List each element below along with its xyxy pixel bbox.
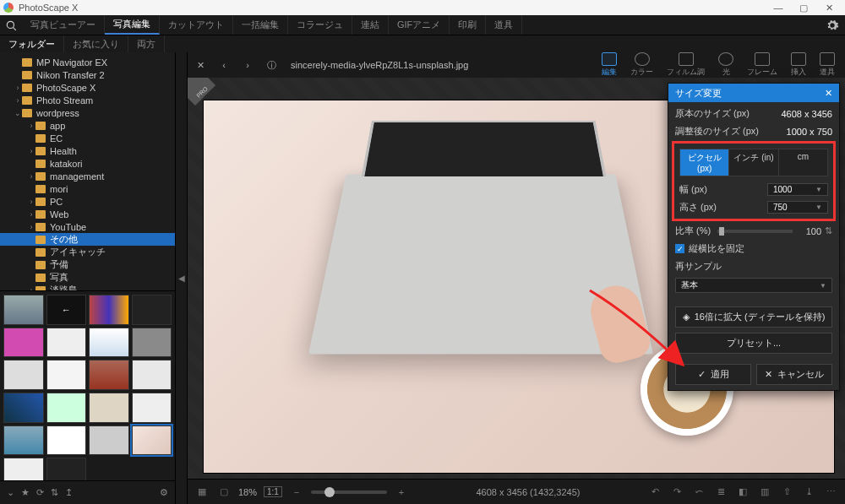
fit-icon[interactable]: ▢: [216, 486, 232, 497]
folder-item[interactable]: ⌄wordpress: [0, 106, 175, 119]
folder-item-selected[interactable]: その他: [0, 233, 175, 246]
link-icon[interactable]: ⇅: [51, 487, 58, 498]
redo-button[interactable]: ↷: [669, 486, 684, 497]
prev-image-button[interactable]: ‹: [216, 60, 232, 70]
zoom-percent[interactable]: 18%: [238, 487, 257, 497]
folder-item[interactable]: アイキャッチ: [0, 246, 175, 258]
width-input[interactable]: 1000▼: [767, 183, 828, 196]
tool-insert[interactable]: 挿入: [791, 52, 806, 78]
unit-px[interactable]: ピクセル (px): [680, 149, 729, 176]
thumbnail[interactable]: [46, 328, 87, 358]
thumbnail-grid[interactable]: ←: [0, 290, 175, 480]
share-button[interactable]: ⇧: [779, 486, 794, 497]
thumbnail[interactable]: [89, 328, 129, 358]
thumbnail[interactable]: [132, 360, 172, 390]
apply-button[interactable]: ✓適用: [675, 364, 751, 385]
thumbnail[interactable]: [46, 425, 87, 456]
thumbnail[interactable]: [89, 393, 129, 423]
folder-item[interactable]: 写真: [0, 271, 175, 284]
chevron-down-icon[interactable]: ⌄: [7, 487, 14, 498]
save-button[interactable]: ⤓: [801, 486, 816, 497]
compare-button[interactable]: ◧: [735, 486, 750, 497]
sidebar-collapse-handle[interactable]: ◀: [176, 52, 188, 504]
thumbnail[interactable]: [3, 295, 44, 325]
lock-aspect-row[interactable]: ✓ 縦横比を固定: [675, 242, 832, 255]
resize-close-button[interactable]: ✕: [825, 88, 832, 99]
ratio-stepper[interactable]: ⇅: [825, 225, 832, 236]
folder-item[interactable]: ›app: [0, 119, 175, 132]
folder-item[interactable]: ›management: [0, 170, 175, 182]
folder-item[interactable]: ›淡路島: [0, 284, 175, 290]
folder-item[interactable]: ›PhotoScape X: [0, 81, 175, 94]
thumbnail[interactable]: [89, 295, 129, 325]
thumbnail[interactable]: [46, 393, 87, 423]
subtab-both[interactable]: 両方: [128, 35, 165, 52]
thumbnail[interactable]: ←: [46, 295, 87, 325]
folder-item[interactable]: 予備: [0, 258, 175, 271]
tool-frame[interactable]: フレーム: [747, 52, 777, 78]
info-button[interactable]: ⓘ: [264, 59, 279, 72]
folder-item[interactable]: EC: [0, 132, 175, 144]
thumbnail[interactable]: [89, 425, 129, 456]
refresh-icon[interactable]: ⟳: [36, 487, 44, 498]
enlarge-16x-button[interactable]: ◈16倍に拡大 (ディテールを保持): [675, 306, 832, 328]
tab-tools[interactable]: 道具: [486, 15, 522, 35]
folder-tree[interactable]: MP Navigator EX Nikon Transfer 2 ›PhotoS…: [0, 52, 175, 290]
thumbnail[interactable]: [3, 393, 44, 423]
history-button[interactable]: ≣: [713, 486, 728, 497]
fit-ratio[interactable]: 1:1: [264, 486, 282, 497]
revert-button[interactable]: ⤺: [691, 486, 706, 497]
next-image-button[interactable]: ›: [240, 60, 255, 70]
crop-button[interactable]: ▥: [757, 486, 772, 497]
folder-item[interactable]: MP Navigator EX: [0, 56, 175, 68]
tab-collage[interactable]: コラージュ: [288, 15, 352, 35]
window-close-button[interactable]: ✕: [816, 3, 842, 14]
tab-batch[interactable]: 一括編集: [233, 15, 288, 35]
zoom-out-button[interactable]: −: [289, 487, 304, 497]
tool-color[interactable]: カラー: [630, 52, 653, 78]
thumbnail[interactable]: [132, 328, 172, 358]
star-icon[interactable]: ★: [21, 487, 30, 498]
thumbnail[interactable]: [89, 360, 129, 390]
resample-select[interactable]: 基本▼: [675, 278, 832, 293]
cancel-button[interactable]: ✕キャンセル: [756, 364, 832, 385]
ratio-slider[interactable]: [717, 230, 793, 233]
settings-button[interactable]: [820, 15, 845, 35]
menu-button[interactable]: ⋯: [823, 486, 838, 497]
folder-item[interactable]: mori: [0, 182, 175, 195]
tab-viewer[interactable]: 写真ビューアー: [22, 15, 105, 35]
unit-in[interactable]: インチ (in): [729, 149, 778, 176]
tab-gif[interactable]: GIFアニメ: [389, 15, 450, 35]
tool-light[interactable]: 光: [718, 52, 733, 78]
undo-button[interactable]: ↶: [647, 486, 662, 497]
tab-combine[interactable]: 連結: [352, 15, 389, 35]
window-minimize-button[interactable]: —: [766, 3, 791, 13]
unit-cm[interactable]: cm: [779, 149, 827, 176]
thumbnail[interactable]: [132, 295, 172, 325]
upload-icon[interactable]: ↥: [65, 487, 73, 498]
zoom-slider[interactable]: [311, 490, 387, 494]
ratio-value[interactable]: 100: [799, 226, 821, 236]
close-image-button[interactable]: ✕: [193, 60, 208, 71]
tab-editor[interactable]: 写真編集: [105, 15, 160, 35]
folder-item[interactable]: Nikon Transfer 2: [0, 68, 175, 81]
thumbnail[interactable]: [3, 425, 44, 456]
thumbnail[interactable]: [3, 458, 44, 480]
checkbox-checked-icon[interactable]: ✓: [675, 244, 684, 253]
tab-print[interactable]: 印刷: [450, 15, 486, 35]
subtab-favorites[interactable]: お気に入り: [64, 35, 128, 52]
grid-icon[interactable]: ▦: [194, 486, 210, 497]
window-maximize-button[interactable]: ▢: [791, 3, 816, 14]
zoom-in-button[interactable]: +: [394, 487, 409, 497]
folder-item[interactable]: ›PC: [0, 195, 175, 208]
preset-button[interactable]: プリセット...: [675, 333, 832, 354]
thumbnail[interactable]: [46, 458, 87, 480]
folder-item[interactable]: ›YouTube: [0, 220, 175, 233]
thumbnail[interactable]: [132, 393, 172, 423]
tool-tools[interactable]: 道具: [820, 52, 835, 78]
folder-item[interactable]: katakori: [0, 157, 175, 170]
gear-icon[interactable]: ⚙: [160, 487, 168, 498]
folder-item[interactable]: ›Photo Stream: [0, 94, 175, 106]
folder-item[interactable]: ›Health: [0, 144, 175, 157]
thumbnail[interactable]: [3, 328, 44, 358]
